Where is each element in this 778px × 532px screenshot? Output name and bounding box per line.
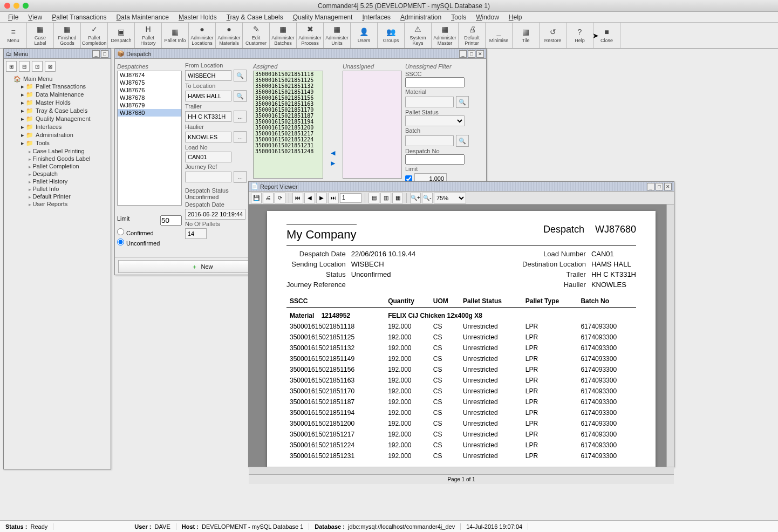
rv-zoomin-icon[interactable]: 🔍+ <box>410 193 421 203</box>
rv-print-icon[interactable]: 🖨 <box>263 193 274 203</box>
tree-item-user-reports[interactable]: User Reports <box>29 200 108 208</box>
despatch-close-icon[interactable]: ✕ <box>476 50 484 58</box>
journey-input[interactable] <box>185 172 231 182</box>
toolbar-administer-units[interactable]: ▦Administer Units <box>324 23 351 48</box>
rv-fitwidth-icon[interactable]: ▦ <box>392 193 403 203</box>
tree-collapse-icon[interactable]: ⊟ <box>19 61 30 72</box>
rv-last-icon[interactable]: ⏭ <box>328 193 339 203</box>
report-min-icon[interactable]: _ <box>647 183 654 190</box>
rv-fitpage-icon[interactable]: ▥ <box>380 193 391 203</box>
mac-zoom-button[interactable] <box>23 3 29 9</box>
unassign-arrow-icon[interactable]: ◀ <box>331 149 335 156</box>
toolbar-case-label[interactable]: ▦Case Label <box>27 23 54 48</box>
despatch-date-input[interactable] <box>185 209 245 220</box>
rv-save-icon[interactable]: 💾 <box>251 193 262 203</box>
rv-prev-icon[interactable]: ◀ <box>304 193 315 203</box>
menu-tray-case-labels[interactable]: Tray & Case Labels <box>222 12 288 22</box>
from-location-input[interactable] <box>185 70 231 81</box>
despatch-row[interactable]: WJ87675 <box>118 79 181 86</box>
tree-expand-icon[interactable]: ⊞ <box>6 61 17 72</box>
filter-sscc-input[interactable] <box>405 77 465 87</box>
journey-btn-icon[interactable]: … <box>234 171 247 183</box>
assigned-row[interactable]: 350001615021851217 <box>254 131 323 137</box>
menu-window-min-icon[interactable]: _ <box>92 50 100 58</box>
tree-item-pallet-info[interactable]: Pallet Info <box>29 185 108 193</box>
report-vscroll[interactable] <box>666 204 674 467</box>
loadno-input[interactable] <box>185 152 231 162</box>
tree-item-finished-goods-label[interactable]: Finished Goods Label <box>29 155 108 162</box>
toolbar-restore[interactable]: ↺Restore <box>540 23 567 48</box>
tree-folder-tools[interactable]: ▸ 📁Tools <box>21 139 108 147</box>
trailer-input[interactable] <box>185 111 231 122</box>
to-location-input[interactable] <box>185 91 231 101</box>
despatch-row[interactable]: WJ87680 <box>118 109 181 117</box>
menu-view[interactable]: View <box>23 12 47 22</box>
tree-root[interactable]: 🏠Main Menu ▸ 📁Pallet Transactions▸ 📁Data… <box>13 75 108 208</box>
assigned-row[interactable]: 350001615021851200 <box>254 125 323 131</box>
toolbar-administer-master[interactable]: ▦Administer Master <box>432 23 459 48</box>
toolbar-pallet-info[interactable]: ▦Pallet Info <box>162 23 189 48</box>
tree-btn2-icon[interactable]: ⊠ <box>45 61 56 72</box>
tree-item-despatch[interactable]: Despatch <box>29 170 108 178</box>
toolbar-default-printer[interactable]: 🖨Default Printer <box>459 23 486 48</box>
report-hscroll[interactable] <box>249 467 674 474</box>
tree-item-pallet-history[interactable]: Pallet History <box>29 178 108 185</box>
menu-quality-management[interactable]: Quality Management <box>288 12 358 22</box>
menu-window-max-icon[interactable]: □ <box>101 50 108 58</box>
unconfirmed-radio[interactable]: Unconfirmed <box>117 240 160 247</box>
haulier-btn-icon[interactable]: … <box>234 131 247 143</box>
despatch-row[interactable]: WJ87674 <box>118 71 181 79</box>
tree-folder-data-maintenance[interactable]: ▸ 📁Data Maintenance <box>21 91 108 99</box>
rv-first-icon[interactable]: ⏮ <box>292 193 303 203</box>
assign-arrow-icon[interactable]: ▶ <box>331 160 335 167</box>
limit-input[interactable] <box>160 215 182 226</box>
menu-window[interactable]: Window <box>471 12 504 22</box>
toolbar-menu[interactable]: ≡Menu <box>0 23 27 48</box>
filter-despatchno-input[interactable] <box>405 154 465 165</box>
toolbar-tile[interactable]: ▦Tile <box>513 23 540 48</box>
mac-close-button[interactable] <box>4 3 10 9</box>
assigned-row[interactable]: 350001615021851231 <box>254 142 323 148</box>
toolbar-administer-materials[interactable]: ●Administer Materials <box>216 23 243 48</box>
despatch-list[interactable]: WJ87674WJ87675WJ87676WJ87678WJ87679WJ876… <box>117 71 182 206</box>
assigned-list[interactable]: 3500016150218511183500016150218511253500… <box>253 71 323 179</box>
toolbar-administer-process[interactable]: ✖Administer Process <box>297 23 324 48</box>
despatch-max-icon[interactable]: □ <box>468 50 475 58</box>
toolbar-users[interactable]: 👤Users <box>351 23 378 48</box>
despatch-row[interactable]: WJ87678 <box>118 94 181 101</box>
filter-palletstatus-select[interactable] <box>405 115 465 126</box>
tree-folder-interfaces[interactable]: ▸ 📁Interfaces <box>21 123 108 131</box>
tree-item-default-printer[interactable]: Default Printer <box>29 193 108 200</box>
assigned-row[interactable]: 350001615021851132 <box>254 83 323 89</box>
trailer-btn-icon[interactable]: … <box>234 111 247 122</box>
report-close-icon[interactable]: ✕ <box>664 183 672 190</box>
tree-folder-pallet-transactions[interactable]: ▸ 📁Pallet Transactions <box>21 83 108 91</box>
toolbar-groups[interactable]: 👥Groups <box>378 23 405 48</box>
menu-data-maintenance[interactable]: Data Maintenance <box>112 12 174 22</box>
mac-minimize-button[interactable] <box>13 3 19 9</box>
menu-tools[interactable]: Tools <box>446 12 471 22</box>
tree-folder-administration[interactable]: ▸ 📁Administration <box>21 131 108 139</box>
assigned-row[interactable]: 350001615021851194 <box>254 119 323 125</box>
rv-next-icon[interactable]: ▶ <box>316 193 327 203</box>
assigned-row[interactable]: 350001615021851248 <box>254 148 323 154</box>
toolbar-pallet-completion[interactable]: ✓Pallet Completion <box>81 23 108 48</box>
rv-page-input[interactable] <box>340 193 361 203</box>
confirmed-radio[interactable]: Confirmed <box>117 230 154 236</box>
assigned-row[interactable]: 350001615021851125 <box>254 77 323 83</box>
assigned-row[interactable]: 350001615021851118 <box>254 71 323 77</box>
unassigned-list[interactable] <box>343 71 402 179</box>
rv-zoomout-icon[interactable]: 🔍- <box>422 193 433 203</box>
report-page-area[interactable]: My Company Despatch WJ87680 Despatch Dat… <box>249 204 674 467</box>
menu-master-holds[interactable]: Master Holds <box>174 12 222 22</box>
filter-material-lookup-icon[interactable]: 🔍 <box>456 96 469 108</box>
toolbar-minimise[interactable]: _Minimise <box>486 23 513 48</box>
toolbar-edit-customer[interactable]: ✎Edit Customer <box>243 23 270 48</box>
assigned-row[interactable]: 350001615021851187 <box>254 113 323 119</box>
despatch-row[interactable]: WJ87676 <box>118 86 181 94</box>
menu-pallet-transactions[interactable]: Pallet Transactions <box>47 12 111 22</box>
rv-zoom-select[interactable]: 75% <box>434 193 466 203</box>
assigned-row[interactable]: 350001615021851224 <box>254 137 323 142</box>
menu-help[interactable]: Help <box>504 12 527 22</box>
toolbar-system-keys[interactable]: ⚠System Keys <box>405 23 432 48</box>
